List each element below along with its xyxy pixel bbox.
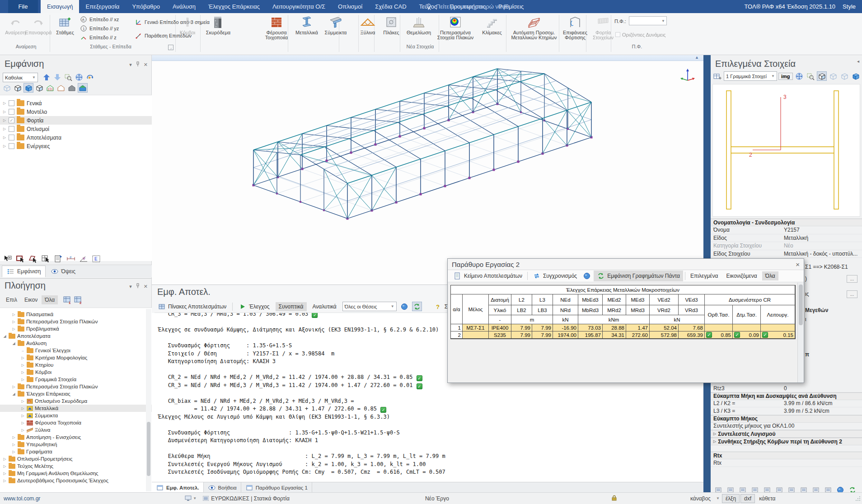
- text-results-button[interactable]: Κείμενο Αποτελεσμάτων: [450, 271, 525, 281]
- property-value[interactable]: Μεταλλική: [784, 235, 862, 241]
- tab-Εισαγωγή[interactable]: Εισαγωγή: [41, 0, 79, 13]
- ribbon-plane_xz-button[interactable]: AΕπίπεδο // xz: [80, 15, 119, 23]
- dialog-launcher-icon[interactable]: ⌟: [168, 45, 173, 50]
- detailed-toggle[interactable]: Αναλυτικά: [309, 302, 340, 311]
- codes-status[interactable]: ΕΥΡΩΚΩΔΙΚΕΣ | Στατικά Φορτία: [211, 495, 290, 502]
- dimension-icon[interactable]: d: [66, 254, 76, 263]
- new-composite-button[interactable]: Σύμμεικτα: [322, 15, 350, 35]
- model-viewport[interactable]: ▲: [152, 55, 703, 285]
- angle-icon[interactable]: ψ: [79, 254, 89, 263]
- property-value[interactable]: 1.00: [784, 423, 862, 429]
- pick-add-icon[interactable]: [3, 254, 13, 263]
- close-icon[interactable]: ✕: [144, 284, 148, 289]
- nav-tree-item[interactable]: ▷Μη Γραμμική Ανάλυση Θεμελίωσης: [0, 470, 152, 477]
- nav-tree-item[interactable]: ▷Προβληματικά: [0, 325, 152, 332]
- status-toggle-dxf[interactable]: dxf: [740, 494, 755, 503]
- graphs-always-toggle[interactable]: Εμφάνιση Γραφημάτων Πάντα: [594, 271, 683, 281]
- chevron-down-icon[interactable]: ▾: [129, 62, 132, 68]
- tab-Οπλισμοί[interactable]: Οπλισμοί: [332, 0, 369, 13]
- property-value[interactable]: 3.99 m / 5.2 kN/cm: [784, 408, 862, 414]
- new-fem-button[interactable]: Πεπερασμένα Στοιχεία Πλακών: [435, 15, 476, 40]
- new-timber-button[interactable]: Ξύλινα: [357, 15, 379, 35]
- display-tree-item[interactable]: ▷Αποτελέσματα: [0, 133, 152, 142]
- nav-tree-item[interactable]: ▷Σύμμεικτα: [0, 412, 152, 419]
- pan-icon[interactable]: [794, 71, 804, 81]
- tab-Λειτουργικότητα Ο/Σ[interactable]: Λειτουργικότητα Ο/Σ: [266, 0, 332, 13]
- view-solid-cube-icon[interactable]: [23, 83, 33, 93]
- pan-icon[interactable]: [74, 72, 84, 82]
- render-shaded-icon[interactable]: [78, 83, 88, 93]
- tables-of-results-button[interactable]: Πίνακες Αποτελεσμάτων: [155, 301, 230, 312]
- property-value[interactable]: Νέο: [784, 243, 862, 249]
- ribbon-plane_yz-button[interactable]: 1Επίπεδο // yz: [80, 24, 119, 33]
- nav-tree-item[interactable]: ▷Κριτήρια Μορφολογίας: [0, 354, 152, 361]
- nav-tree-item[interactable]: ▷Φέρουσα Τοιχοποιία: [0, 419, 152, 426]
- render-outline-icon[interactable]: [56, 83, 66, 93]
- nav-tree-item[interactable]: ▷Γραμμικά Στοιχεία: [0, 376, 152, 383]
- tab-Υπόβαθρο[interactable]: Υπόβαθρο: [126, 0, 166, 13]
- render-colored-icon[interactable]: [45, 83, 55, 93]
- panel-tab-Όψεις[interactable]: Όψεις: [46, 266, 80, 277]
- status-toggle-κάναβος[interactable]: κάναβος: [687, 495, 714, 503]
- tell-me-search[interactable]: Πείτε μου πως μπορώ να β...: [425, 0, 511, 13]
- sync-green-icon[interactable]: [412, 302, 422, 311]
- bottom-tab-2[interactable]: Βοήθεια: [204, 482, 241, 493]
- sphere-icon[interactable]: [582, 271, 592, 281]
- file-menu-button[interactable]: File: [8, 0, 38, 13]
- work-window-title-bar[interactable]: Παράθυρο Εργασίας 2 ×: [448, 259, 804, 270]
- check-button[interactable]: Έλεγχος: [235, 301, 272, 312]
- up-icon[interactable]: [42, 72, 52, 82]
- work-window-scrollbar[interactable]: [797, 283, 803, 383]
- summary-toggle[interactable]: Συνοπτικά: [276, 302, 307, 311]
- element-properties-icon[interactable]: [53, 254, 63, 263]
- nav-tree-item[interactable]: ▷Δευτεροβάθμιος Προσεισμικός Έλεγχος: [0, 477, 152, 484]
- nav-tree-item[interactable]: ▷Πεπερασμένα Στοιχεία Πλακών: [0, 383, 152, 390]
- nav-filter-Εικον[interactable]: Εικον: [21, 295, 41, 304]
- lock-icon[interactable]: [612, 495, 617, 502]
- property-value[interactable]: 3.99 m / 86.6 kN/cm: [784, 400, 862, 406]
- render-gray-icon[interactable]: [67, 83, 77, 93]
- nav-filter-Όλα[interactable]: Όλα: [42, 295, 58, 304]
- display-tree-item[interactable]: ▷Οπλισμοί: [0, 125, 152, 133]
- chevron-down-icon[interactable]: ▼: [716, 496, 720, 500]
- nav-tree-item[interactable]: ▷Υπερωθητική: [0, 441, 152, 448]
- nav-tree-item[interactable]: ▷Κόμβοι: [0, 369, 152, 376]
- tab-Ανάλυση[interactable]: Ανάλυση: [166, 0, 202, 13]
- view-wireframe-cube-icon[interactable]: [13, 83, 23, 93]
- down-icon[interactable]: [52, 72, 62, 82]
- display-tree-item[interactable]: ▷✓Φορτία: [0, 116, 152, 125]
- sec-solid-icon[interactable]: [851, 71, 861, 81]
- nav-tree-item[interactable]: ▷BΟπλισμένο Σκυρόδεμα: [0, 397, 152, 405]
- display-tree-item[interactable]: ▷Ενέργειες: [0, 142, 152, 150]
- close-icon[interactable]: ✕: [144, 62, 148, 68]
- nav-tree-item[interactable]: ◢Αποτελέσματα: [0, 332, 152, 340]
- e-symbols-icon[interactable]: E: [91, 254, 101, 263]
- panel-tab-Εμφάνιση[interactable]: Εμφάνιση: [2, 266, 46, 277]
- new-slab-button[interactable]: Πλάκες: [380, 15, 402, 35]
- new-concrete-button[interactable]: Σκυρόδεμα: [203, 15, 233, 35]
- tab-Σχέδια CAD[interactable]: Σχέδια CAD: [369, 0, 412, 13]
- status-toggle-έλξη[interactable]: έλξη: [722, 494, 740, 503]
- levels-button[interactable]: Στάθμες: [53, 15, 77, 35]
- display-tree-item[interactable]: ▷Γενικά: [0, 99, 152, 107]
- status-toggle-κάθετα[interactable]: κάθετα: [756, 495, 778, 503]
- zoom-window-icon[interactable]: [806, 71, 815, 81]
- tab-Επεξεργασία[interactable]: Επεξεργασία: [79, 0, 126, 13]
- ribbon-general_plane-button[interactable]: Γενικό Επίπεδο από 3 σημεία: [135, 18, 210, 26]
- new-masonry-button[interactable]: Φέρουσα Τοιχοποιία: [261, 15, 292, 40]
- pick-window-icon[interactable]: [15, 254, 25, 263]
- display-scope-combo[interactable]: Καθολικ▼: [3, 73, 38, 82]
- img-button[interactable]: img: [778, 73, 793, 80]
- positions-combo[interactable]: Όλες οι Θέσεις▼: [342, 302, 397, 311]
- nav-tree-item[interactable]: –Γενικοί Έλεγχοι: [0, 347, 152, 354]
- nav-tree-item[interactable]: ▷Αποτίμηση - Ενισχύσεις: [0, 434, 152, 441]
- nav-table2-icon[interactable]: 2: [73, 295, 83, 304]
- ribbon-plane_z-button[interactable]: Επίπεδο // z: [80, 33, 117, 42]
- ww-filter-shown[interactable]: Εικονιζόμενα: [723, 271, 760, 280]
- new-autosteel-button[interactable]: Αυτόματη Προσομ. Μεταλλικών Κτηρίων: [510, 15, 558, 40]
- pf-combo[interactable]: ▼: [629, 16, 667, 25]
- new-foundation-button[interactable]: Θεμελίωση: [405, 15, 433, 35]
- work-window-2[interactable]: Παράθυρο Εργασίας 2 × Κείμενο Αποτελεσμά…: [447, 258, 804, 383]
- sec-wireframe-icon[interactable]: [817, 71, 827, 81]
- nav-filter-Επιλ[interactable]: Επιλ: [3, 295, 20, 304]
